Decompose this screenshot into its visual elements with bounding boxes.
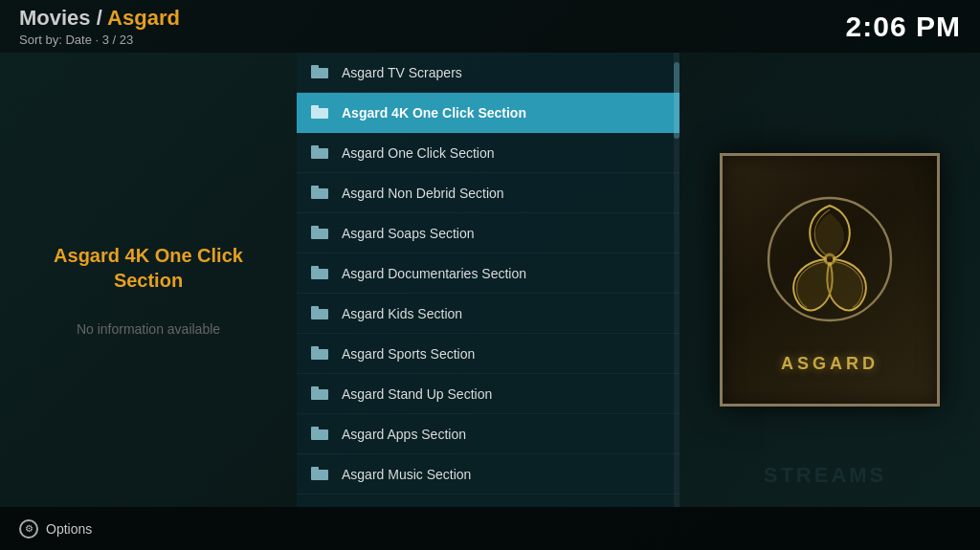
list-item-label: Asgard Stand Up Section xyxy=(342,386,492,402)
list-item[interactable]: Asgard Sports Section xyxy=(297,334,679,374)
options-label[interactable]: Options xyxy=(46,521,92,537)
right-watermark: STREAMS xyxy=(679,463,980,488)
list-item-label: Asgard One Click Section xyxy=(342,145,495,161)
folder-icon xyxy=(311,145,330,161)
folder-icon xyxy=(311,266,330,281)
folder-icon xyxy=(311,346,330,362)
list-item[interactable]: Asgard Soaps Section xyxy=(297,213,679,253)
list-item-label: Asgard Kids Section xyxy=(342,306,462,321)
list-item-label: Asgard Soaps Section xyxy=(342,226,475,241)
list-item-label: Asgard 4K One Click Section xyxy=(342,105,526,121)
folder-icon xyxy=(311,186,330,201)
folder-icon xyxy=(311,226,330,241)
list-panel[interactable]: Asgard TV ScrapersAsgard 4K One Click Se… xyxy=(297,53,679,507)
folder-icon xyxy=(311,306,330,321)
list-item[interactable]: Asgard Music Section xyxy=(297,454,679,495)
folder-icon xyxy=(311,467,330,482)
scrollbar-thumb[interactable] xyxy=(674,62,679,139)
list-item-label: Asgard Sports Section xyxy=(342,346,475,362)
list-item[interactable]: Asgard Non Debrid Section xyxy=(297,173,679,213)
no-info-text: No information available xyxy=(77,321,220,337)
scrollbar[interactable] xyxy=(674,53,679,507)
list-item[interactable]: Asgard Apps Section xyxy=(297,414,679,454)
list-item[interactable]: Asgard TV Scrapers xyxy=(297,53,679,93)
list-item[interactable]: Asgard One Click Section xyxy=(297,133,679,173)
list-item-label: Asgard Documentaries Section xyxy=(342,266,526,281)
folder-icon xyxy=(311,65,330,80)
right-panel: STREAMS ASGARD xyxy=(679,53,980,507)
asgard-art-frame: ASGARD xyxy=(720,153,940,407)
list-item-label: Asgard Apps Section xyxy=(342,427,466,442)
list-item[interactable]: Asgard Documentaries Section xyxy=(297,253,679,294)
list-item-label: Asgard Music Section xyxy=(342,467,471,482)
list-item[interactable]: Asgard Stand Up Section xyxy=(297,374,679,414)
list-item[interactable]: Asgard Kids Section xyxy=(297,294,679,334)
folder-icon xyxy=(311,105,330,121)
asgard-logo-text: ASGARD xyxy=(781,354,879,374)
title-highlight: Asgard xyxy=(107,6,180,30)
list-item-label: Asgard TV Scrapers xyxy=(342,65,462,80)
header-subtitle: Sort by: Date · 3 / 23 xyxy=(19,33,180,47)
footer-options[interactable]: ⚙ Options xyxy=(19,519,92,539)
selected-section-title: Asgard 4K One Click Section xyxy=(0,224,297,312)
header-time: 2:06 PM xyxy=(846,11,961,43)
left-panel: Asgard 4K One Click Section No informati… xyxy=(0,53,297,507)
folder-icon xyxy=(311,427,330,442)
list-item[interactable]: Asgard Anime Section xyxy=(297,495,679,507)
list-item-label: Asgard Non Debrid Section xyxy=(342,186,504,201)
norse-symbol xyxy=(753,187,906,340)
options-icon: ⚙ xyxy=(19,519,38,539)
footer: ⚙ Options xyxy=(0,507,980,550)
list-item[interactable]: Asgard 4K One Click Section xyxy=(297,93,679,133)
header: Movies / Asgard Sort by: Date · 3 / 23 2… xyxy=(0,0,980,53)
title-prefix: Movies / xyxy=(19,6,107,30)
header-left: Movies / Asgard Sort by: Date · 3 / 23 xyxy=(19,6,180,47)
header-title: Movies / Asgard xyxy=(19,6,180,31)
folder-icon xyxy=(311,386,330,402)
